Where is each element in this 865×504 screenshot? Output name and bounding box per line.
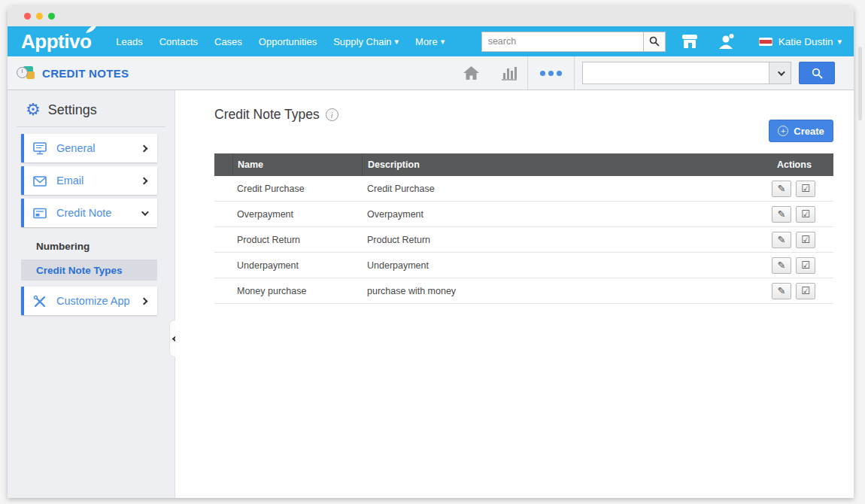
sidebar-item-credit-note-types[interactable]: Credit Note Types <box>21 260 157 281</box>
app-title: CREDIT NOTES <box>42 67 129 80</box>
settings-header: ⚙ Settings <box>8 90 175 118</box>
app-toolbar <box>453 56 835 90</box>
user-name: Katie Dustin <box>778 36 833 47</box>
table-row: Money purchase purchase with money ✎ ☑ <box>214 278 833 304</box>
home-button[interactable] <box>453 65 490 81</box>
top-navigation-bar: Apptivo Leads Contacts Cases Opportuniti… <box>8 26 854 56</box>
nav-item-supply-chain[interactable]: Supply Chain▾ <box>325 36 407 47</box>
nav-item-cases[interactable]: Cases <box>206 36 250 47</box>
flag-icon <box>759 38 772 46</box>
sidebar-item-email[interactable]: Email <box>21 166 157 195</box>
chevron-down-icon <box>141 208 149 216</box>
edit-button[interactable]: ✎ <box>772 283 791 299</box>
checkbox-check-icon: ☑ <box>801 208 810 220</box>
monitor-icon <box>33 142 47 155</box>
logo-text: Apptivo <box>21 30 91 53</box>
minimize-window-button[interactable] <box>36 13 43 20</box>
main-menu: Leads Contacts Cases Opportunities Suppl… <box>108 36 453 47</box>
cell-name: Overpayment <box>232 209 362 220</box>
tasks-button[interactable]: ☑ <box>796 181 815 197</box>
sidebar-item-label: General <box>56 142 96 154</box>
sidebar-item-general[interactable]: General <box>21 134 157 162</box>
edit-button[interactable]: ✎ <box>772 257 791 274</box>
column-header-description: Description <box>362 153 766 176</box>
caret-down-icon: ▾ <box>395 38 399 46</box>
edit-button[interactable]: ✎ <box>772 181 791 197</box>
search-icon <box>811 67 824 80</box>
credit-notes-app-icon <box>17 65 36 81</box>
tasks-button[interactable]: ☑ <box>796 283 815 299</box>
app-search-button[interactable] <box>799 62 835 84</box>
sidebar-item-label: Customize App <box>56 295 130 307</box>
credit-note-types-table: Name Description Actions Credit Purchase… <box>214 153 833 304</box>
apptivo-logo[interactable]: Apptivo <box>21 32 96 51</box>
search-criteria-group <box>582 62 791 84</box>
edit-icon: ✎ <box>778 208 786 220</box>
user-menu[interactable]: Katie Dustin ▾ <box>778 36 842 47</box>
caret-down-icon: ▾ <box>837 38 842 46</box>
table-row: Credit Purchase Credit Purchase ✎ ☑ <box>214 176 833 202</box>
edit-button[interactable]: ✎ <box>772 232 791 248</box>
app-store-button[interactable] <box>681 33 699 50</box>
table-row: Overpayment Overpayment ✎ ☑ <box>214 202 833 227</box>
edit-icon: ✎ <box>778 234 786 245</box>
cell-name: Product Return <box>232 235 362 245</box>
column-header-actions: Actions <box>766 153 833 176</box>
cell-description: Credit Purchase <box>362 184 766 194</box>
reports-button[interactable] <box>490 64 527 82</box>
cell-name: Underpayment <box>232 260 362 271</box>
window-titlebar <box>8 6 854 26</box>
leaf-icon <box>85 25 97 34</box>
table-row: Underpayment Underpayment ✎ ☑ <box>214 253 833 278</box>
search-icon <box>648 35 660 47</box>
nav-item-leads[interactable]: Leads <box>108 36 150 47</box>
column-header-name: Name <box>232 153 362 176</box>
search-criteria-dropdown-button[interactable] <box>769 62 791 84</box>
bar-chart-icon <box>499 64 518 82</box>
sidebar-item-label: Credit Note <box>56 207 111 219</box>
gear-icon: ⚙ <box>26 102 41 118</box>
person-icon <box>717 32 736 50</box>
page-title: Credit Note Types i <box>214 107 338 123</box>
edit-button[interactable]: ✎ <box>772 206 791 223</box>
sidebar-item-customize-app[interactable]: Customize App <box>21 287 157 315</box>
edit-icon: ✎ <box>778 183 786 194</box>
edit-icon: ✎ <box>778 260 786 271</box>
chevron-right-icon <box>141 297 148 305</box>
nav-item-opportunities[interactable]: Opportunities <box>250 36 325 47</box>
create-button[interactable]: + Create <box>769 120 833 142</box>
tasks-button[interactable]: ☑ <box>796 257 815 274</box>
top-nav-right: Katie Dustin ▾ <box>481 26 842 56</box>
chevron-right-icon <box>141 177 148 184</box>
sidebar-item-credit-note[interactable]: Credit Note <box>21 199 157 227</box>
close-window-button[interactable] <box>24 13 31 20</box>
tools-icon <box>33 295 47 308</box>
global-search-input[interactable] <box>481 32 643 52</box>
cell-name: Credit Purchase <box>232 184 362 194</box>
search-criteria-input[interactable] <box>582 62 769 84</box>
credit-note-icon <box>33 208 47 219</box>
tasks-button[interactable]: ☑ <box>796 206 815 223</box>
sidebar-item-label: Email <box>56 175 83 187</box>
user-status-button[interactable] <box>717 32 736 50</box>
maximize-window-button[interactable] <box>48 13 55 20</box>
info-icon[interactable]: i <box>326 108 338 121</box>
settings-sidebar: ⚙ Settings General <box>8 90 175 498</box>
page-scrollbar[interactable] <box>858 47 862 120</box>
caret-down-icon: ▾ <box>441 38 445 46</box>
checkbox-check-icon: ☑ <box>801 183 810 194</box>
nav-item-contacts[interactable]: Contacts <box>151 36 206 47</box>
checkbox-check-icon: ☑ <box>801 285 810 296</box>
table-header: Name Description Actions <box>214 153 833 176</box>
tasks-button[interactable]: ☑ <box>796 232 815 248</box>
edit-icon: ✎ <box>778 285 786 296</box>
selected-item-label: Credit Note Types <box>36 265 123 276</box>
nav-item-more[interactable]: More▾ <box>407 36 453 47</box>
checkbox-check-icon: ☑ <box>801 260 810 271</box>
more-options-button[interactable] <box>528 71 574 76</box>
cell-name: Money purchase <box>232 286 362 296</box>
ellipsis-icon <box>540 71 545 76</box>
envelope-icon <box>33 175 47 187</box>
global-search-button[interactable] <box>643 32 666 52</box>
store-icon <box>681 33 699 50</box>
